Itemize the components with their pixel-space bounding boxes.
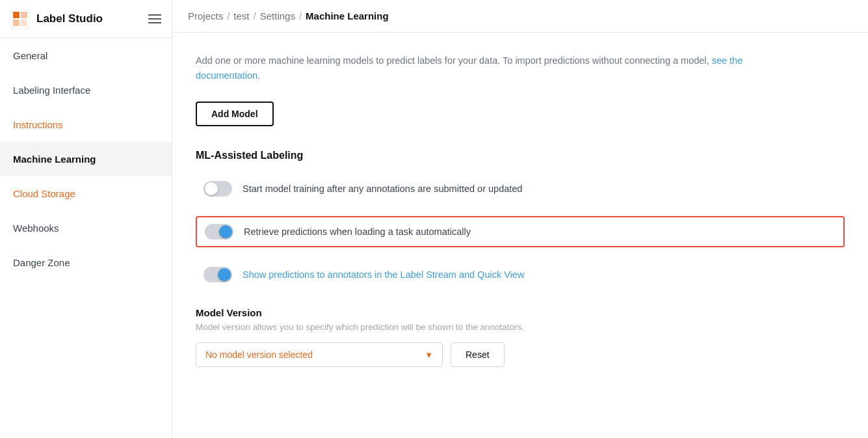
- breadcrumb-test[interactable]: test: [233, 10, 249, 21]
- breadcrumb-projects[interactable]: Projects: [188, 10, 223, 21]
- sidebar-item-instructions[interactable]: Instructions: [0, 107, 172, 142]
- reset-button[interactable]: Reset: [451, 342, 505, 367]
- toggle-row-show-predictions: Show predictions to annotators in the La…: [196, 260, 845, 289]
- toggle-row-start-training: Start model training after any annotatio…: [196, 174, 845, 203]
- sidebar-item-general[interactable]: General: [0, 38, 172, 73]
- sidebar-item-machine-learning[interactable]: Machine Learning: [0, 142, 172, 176]
- toggle-label-retrieve-predictions: Retrieve predictions when loading a task…: [244, 226, 471, 237]
- sidebar-item-danger-zone[interactable]: Danger Zone: [0, 245, 172, 280]
- model-version-value: No model version selected: [205, 349, 313, 360]
- svg-rect-3: [13, 20, 20, 26]
- sidebar-item-labeling-interface[interactable]: Labeling Interface: [0, 73, 172, 107]
- svg-rect-2: [21, 12, 27, 18]
- svg-rect-4: [21, 20, 27, 26]
- breadcrumb: Projects / test / Settings / Machine Lea…: [172, 0, 868, 33]
- model-version-title: Model Version: [196, 307, 845, 318]
- breadcrumb-settings[interactable]: Settings: [260, 10, 295, 21]
- model-version-description: Model version allows you to specify whic…: [196, 322, 845, 332]
- chevron-down-icon: ▼: [425, 350, 433, 360]
- label-studio-logo: [10, 9, 30, 29]
- sidebar: Label Studio General Labeling Interface …: [0, 0, 172, 438]
- add-model-button[interactable]: Add Model: [196, 102, 274, 126]
- toggle-row-retrieve-predictions: Retrieve predictions when loading a task…: [196, 216, 845, 247]
- page-description: Add one or more machine learning models …: [196, 53, 755, 83]
- ml-assisted-title: ML-Assisted Labeling: [196, 150, 845, 161]
- toggle-show-predictions[interactable]: [204, 267, 232, 282]
- sidebar-item-webhooks[interactable]: Webhooks: [0, 211, 172, 245]
- breadcrumb-current: Machine Learning: [306, 10, 389, 21]
- main-content: Projects / test / Settings / Machine Lea…: [172, 0, 868, 438]
- toggle-label-show-predictions: Show predictions to annotators in the La…: [243, 269, 524, 280]
- svg-rect-1: [13, 12, 20, 18]
- hamburger-menu[interactable]: [148, 14, 161, 23]
- toggle-label-start-training: Start model training after any annotatio…: [243, 184, 522, 194]
- toggle-start-training[interactable]: [204, 181, 232, 197]
- model-version-controls: No model version selected ▼ Reset: [196, 342, 845, 367]
- model-version-select[interactable]: No model version selected ▼: [196, 342, 443, 367]
- sidebar-item-cloud-storage[interactable]: Cloud Storage: [0, 176, 172, 211]
- model-version-section: Model Version Model version allows you t…: [196, 307, 845, 367]
- app-name: Label Studio: [36, 12, 103, 25]
- content-area: Add one or more machine learning models …: [172, 33, 868, 438]
- sidebar-header: Label Studio: [0, 0, 172, 38]
- toggle-retrieve-predictions[interactable]: [205, 224, 233, 240]
